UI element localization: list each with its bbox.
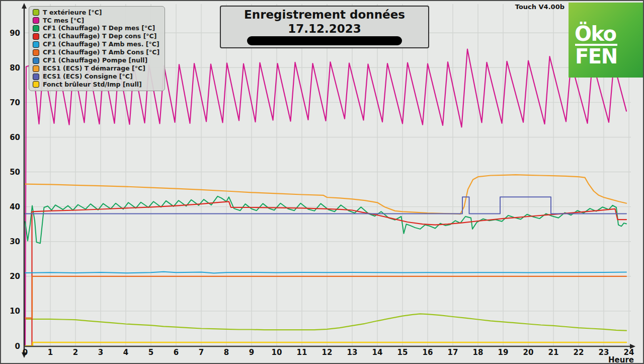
x-tick-label: 21 bbox=[548, 348, 559, 357]
y-tick-label: 50 bbox=[10, 168, 20, 177]
x-tick-label: 9 bbox=[249, 348, 254, 357]
y-tick-label: 10 bbox=[10, 307, 20, 316]
x-tick-label: 17 bbox=[448, 348, 458, 357]
x-tick-label: 20 bbox=[523, 348, 534, 357]
series-tc-mes-c bbox=[25, 49, 626, 346]
x-tick-label: 14 bbox=[372, 348, 383, 357]
y-tick-label: 60 bbox=[10, 133, 20, 142]
series-cf1-chauffage-t-amb-mes-c bbox=[25, 272, 626, 273]
x-tick-label: 1 bbox=[48, 348, 53, 357]
legend-color-swatch bbox=[33, 9, 39, 16]
y-tick-label: 0 bbox=[15, 342, 20, 351]
x-tick-label: 10 bbox=[272, 348, 282, 357]
x-tick-label: 16 bbox=[423, 348, 433, 357]
legend-color-swatch bbox=[33, 33, 39, 40]
series-cf1-chauffage-t-amb-cons-c bbox=[25, 276, 626, 318]
x-tick-label: 12 bbox=[322, 348, 333, 357]
x-tick-label: 2 bbox=[73, 348, 78, 357]
legend-item: CF1 (Chauffage) T Amb mes. [°C] bbox=[33, 41, 159, 49]
chart-title-box: Enregistrement données 17.12.2023 bbox=[220, 6, 429, 48]
x-tick-label: 6 bbox=[174, 348, 179, 357]
legend-item: CF1 (Chauffage) T Dep mes [°C] bbox=[33, 25, 159, 33]
series-ecs1-ecs-consigne-c bbox=[25, 197, 626, 213]
legend-label: CF1 (Chauffage) T Amb Cons [°C] bbox=[43, 49, 159, 56]
series-cf1-chauffage-t-dep-mes-c bbox=[25, 196, 626, 243]
x-tick-label: 8 bbox=[224, 348, 229, 357]
legend-item: Fonct brûleur Std/Imp [null] bbox=[33, 81, 159, 89]
x-tick-label: 7 bbox=[199, 348, 204, 357]
y-tick-label: 30 bbox=[10, 237, 20, 246]
logo-text-fen: FEN bbox=[575, 44, 617, 66]
legend-label: CF1 (Chauffage) T Amb mes. [°C] bbox=[43, 41, 159, 48]
x-axis-title: Heure bbox=[608, 355, 634, 364]
series-fonct-br-leur-std-imp-null bbox=[25, 342, 626, 346]
legend-label: CF1 (Chauffage) T Dep mes [°C] bbox=[43, 25, 155, 32]
x-tick-label: 13 bbox=[347, 348, 358, 357]
legend-color-swatch bbox=[33, 49, 39, 56]
y-tick-label: 20 bbox=[10, 272, 20, 281]
x-tick-label: 19 bbox=[498, 348, 509, 357]
x-tick-label: 15 bbox=[397, 348, 408, 357]
x-tick-label: 18 bbox=[473, 348, 484, 357]
legend-label: TC mes [°C] bbox=[43, 18, 84, 24]
legend-color-swatch bbox=[33, 25, 39, 32]
chart-legend: T extérieure [°C]TC mes [°C]CF1 (Chauffa… bbox=[29, 6, 165, 91]
legend-label: CF1 (Chauffage) Pompe [null] bbox=[43, 57, 147, 64]
okofen-touch-screen: 0102030405060708090012345678910111213141… bbox=[0, 0, 644, 364]
legend-color-swatch bbox=[33, 41, 39, 48]
firmware-version-label: Touch V4.00b bbox=[515, 3, 565, 11]
legend-color-swatch bbox=[33, 65, 39, 72]
x-tick-label: 3 bbox=[98, 348, 103, 357]
legend-color-swatch bbox=[33, 81, 39, 88]
legend-label: T extérieure [°C] bbox=[43, 10, 102, 16]
x-tick-label: 0 bbox=[23, 348, 28, 357]
legend-item: CF1 (Chauffage) T Amb Cons [°C] bbox=[33, 48, 159, 56]
y-tick-label: 40 bbox=[10, 202, 20, 211]
chart-title: Enregistrement données 17.12.2023 bbox=[221, 8, 428, 36]
legend-item: ECS1 (ECS) T démarrage [°C] bbox=[33, 64, 159, 72]
legend-label: CF1 (Chauffage) T Dep cons [°C] bbox=[43, 33, 157, 40]
legend-color-swatch bbox=[33, 74, 39, 80]
x-tick-label: 11 bbox=[297, 348, 307, 357]
legend-label: ECS1 (ECS) T démarrage [°C] bbox=[43, 65, 145, 72]
x-tick-label: 4 bbox=[123, 348, 128, 357]
y-tick-label: 90 bbox=[10, 29, 20, 38]
legend-item: T extérieure [°C] bbox=[33, 9, 159, 17]
okofen-logo-text: ÖkoFEN bbox=[575, 24, 644, 66]
series-t-ext-rieure-c bbox=[25, 314, 626, 330]
y-axis-arrow-up bbox=[22, 3, 27, 9]
legend-item: CF1 (Chauffage) T Dep cons [°C] bbox=[33, 33, 159, 41]
legend-item: CF1 (Chauffage) Pompe [null] bbox=[33, 56, 159, 64]
chart-series bbox=[25, 49, 626, 346]
legend-item: ECS1 (ECS) Consigne [°C] bbox=[33, 72, 159, 81]
legend-color-swatch bbox=[33, 57, 39, 64]
x-tick-label: 5 bbox=[148, 348, 153, 357]
y-tick-label: 70 bbox=[10, 98, 20, 107]
x-tick-label: 23 bbox=[599, 348, 609, 357]
legend-item: TC mes [°C] bbox=[33, 17, 159, 25]
legend-color-swatch bbox=[33, 17, 39, 24]
logo-text-oko: Öko bbox=[575, 22, 616, 45]
legend-label: ECS1 (ECS) Consigne [°C] bbox=[43, 74, 133, 80]
redacted-subtitle-bar bbox=[247, 36, 402, 45]
legend-label: Fonct brûleur Std/Imp [null] bbox=[43, 82, 142, 88]
x-tick-label: 22 bbox=[574, 348, 584, 357]
y-tick-label: 80 bbox=[10, 63, 20, 72]
okofen-logo: ÖkoFEN bbox=[569, 3, 644, 78]
